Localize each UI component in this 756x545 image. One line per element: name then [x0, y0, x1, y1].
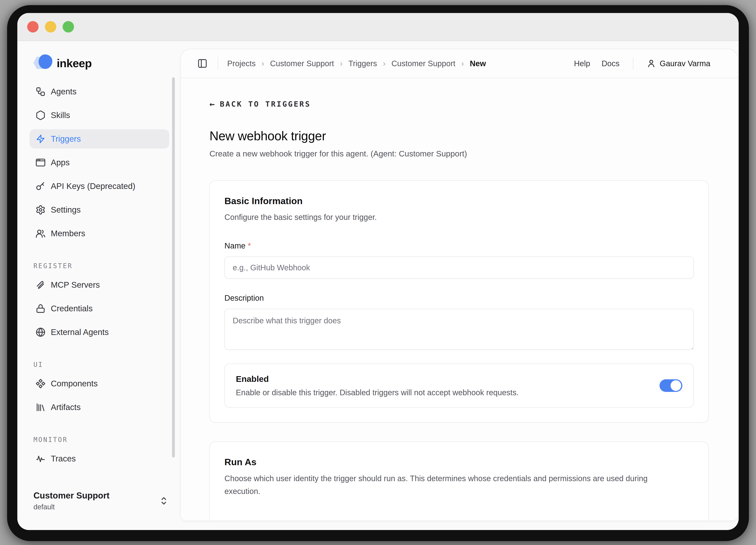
- enabled-setting: Enabled Enable or disable this trigger. …: [224, 364, 694, 408]
- lock-icon: [35, 304, 46, 314]
- sidebar-item-mcp-servers[interactable]: MCP Servers: [30, 275, 169, 295]
- breadcrumb-customer-support[interactable]: Customer Support: [270, 59, 334, 68]
- inkeep-logo[interactable]: inkeep: [33, 54, 169, 72]
- user-name: Gaurav Varma: [660, 59, 710, 68]
- sidebar-item-label: Triggers: [51, 134, 81, 144]
- name-field-label: Name *: [224, 241, 694, 250]
- sidebar-nav: Agents Skills Triggers Apps: [30, 82, 169, 473]
- toggle-knob: [671, 380, 681, 391]
- chevrons-up-down-icon[interactable]: [158, 494, 169, 508]
- project-name: Customer Support: [33, 491, 154, 500]
- sidebar-section-monitor: MONITOR: [33, 436, 169, 444]
- sidebar-item-label: API Keys (Deprecated): [51, 181, 135, 191]
- window-screen: inkeep Agents Skills Triggers: [17, 13, 739, 530]
- enabled-toggle[interactable]: [660, 379, 682, 392]
- header-divider: [218, 57, 218, 70]
- required-asterisk: *: [248, 241, 251, 250]
- sidebar-item-label: Settings: [51, 205, 81, 214]
- pulse-icon: [35, 454, 46, 464]
- sidebar-item-label: Agents: [51, 87, 77, 96]
- sidebar-item-label: External Agents: [51, 328, 109, 337]
- name-input[interactable]: [224, 256, 694, 279]
- sidebar-item-credentials[interactable]: Credentials: [30, 299, 169, 318]
- breadcrumb-agent[interactable]: Customer Support: [391, 59, 455, 68]
- sidebar-item-agents[interactable]: Agents: [30, 82, 169, 101]
- back-to-triggers-link[interactable]: ← BACK TO TRIGGERS: [209, 99, 311, 109]
- chevron-right-icon: ›: [461, 59, 464, 68]
- sidebar-item-traces[interactable]: Traces: [30, 449, 169, 468]
- sidebar-item-label: Skills: [51, 110, 70, 120]
- close-button[interactable]: [27, 21, 39, 32]
- sidebar-toggle-button[interactable]: [196, 57, 209, 70]
- basic-information-card: Basic Information Configure the basic se…: [209, 180, 709, 423]
- sidebar-item-label: Artifacts: [51, 403, 81, 412]
- workflow-icon: [35, 86, 46, 97]
- library-icon: [35, 402, 46, 412]
- zoom-button[interactable]: [63, 21, 74, 32]
- sidebar-section-ui: UI: [33, 361, 169, 369]
- enabled-title: Enabled: [236, 374, 519, 384]
- mcp-icon: [35, 280, 46, 290]
- sidebar-item-artifacts[interactable]: Artifacts: [30, 398, 169, 417]
- app-window-icon: [35, 157, 46, 168]
- card-title: Run As: [224, 457, 694, 467]
- sidebar-item-label: Components: [51, 379, 98, 388]
- sidebar-item-external-agents[interactable]: External Agents: [30, 323, 169, 342]
- sidebar-item-components[interactable]: Components: [30, 374, 169, 393]
- description-textarea[interactable]: [224, 309, 694, 350]
- description-field-label: Description: [224, 294, 694, 303]
- sidebar-item-members[interactable]: Members: [30, 224, 169, 243]
- inkeep-logo-text: inkeep: [57, 57, 92, 70]
- card-description: Configure the basic settings for your tr…: [224, 211, 694, 223]
- user-menu[interactable]: Gaurav Varma: [647, 59, 710, 68]
- page-content: ← BACK TO TRIGGERS New webhook trigger C…: [181, 78, 737, 521]
- lightning-bolt-icon: [35, 134, 46, 144]
- key-icon: [35, 181, 46, 191]
- sidebar-item-api-keys[interactable]: API Keys (Deprecated): [30, 176, 169, 196]
- breadcrumb-triggers[interactable]: Triggers: [348, 59, 377, 68]
- back-link-label: BACK TO TRIGGERS: [220, 100, 311, 108]
- chevron-right-icon: ›: [340, 59, 342, 68]
- breadcrumb: Projects › Customer Support › Triggers ›…: [227, 59, 574, 68]
- panel-header: Projects › Customer Support › Triggers ›…: [181, 49, 737, 78]
- user-icon: [647, 59, 656, 68]
- sidebar-item-triggers[interactable]: Triggers: [30, 129, 169, 148]
- users-icon: [35, 228, 46, 238]
- sidebar-item-apps[interactable]: Apps: [30, 153, 169, 172]
- sidebar-item-label: Apps: [51, 158, 70, 167]
- globe-icon: [35, 327, 46, 337]
- card-description: Choose which user identity the trigger s…: [224, 472, 671, 498]
- components-icon: [35, 379, 46, 389]
- docs-link[interactable]: Docs: [602, 59, 620, 68]
- chevron-right-icon: ›: [383, 59, 385, 68]
- header-actions: Help Docs Gaurav Varma: [574, 57, 710, 70]
- main-area: Projects › Customer Support › Triggers ›…: [180, 41, 739, 530]
- header-divider: [633, 57, 633, 70]
- sidebar-item-label: MCP Servers: [51, 280, 100, 290]
- sidebar: inkeep Agents Skills Triggers: [17, 41, 180, 530]
- app-window: inkeep Agents Skills Triggers: [7, 5, 749, 541]
- run-as-card: Run As Choose which user identity the tr…: [209, 442, 709, 521]
- sidebar-item-skills[interactable]: Skills: [30, 106, 169, 125]
- enabled-description: Enable or disable this trigger. Disabled…: [236, 388, 519, 397]
- breadcrumb-projects[interactable]: Projects: [227, 59, 256, 68]
- breadcrumb-current: New: [470, 59, 486, 68]
- help-link[interactable]: Help: [574, 59, 590, 68]
- project-switcher[interactable]: Customer Support default: [33, 491, 169, 511]
- gear-icon: [35, 205, 46, 215]
- card-title: Basic Information: [224, 195, 694, 206]
- sidebar-item-label: Members: [51, 229, 85, 238]
- minimize-button[interactable]: [45, 21, 56, 32]
- sidebar-item-label: Credentials: [51, 304, 93, 313]
- hexagon-icon: [35, 110, 46, 120]
- sidebar-scrollbar[interactable]: [172, 77, 175, 458]
- page-title: New webhook trigger: [209, 129, 709, 143]
- sidebar-item-label: Traces: [51, 454, 76, 463]
- inkeep-logo-icon: [33, 54, 52, 72]
- sidebar-item-settings[interactable]: Settings: [30, 200, 169, 219]
- arrow-left-icon: ←: [209, 99, 215, 109]
- project-environment: default: [33, 503, 154, 511]
- sidebar-section-register: REGISTER: [33, 262, 169, 270]
- chevron-right-icon: ›: [262, 59, 264, 68]
- main-panel: Projects › Customer Support › Triggers ›…: [180, 49, 738, 521]
